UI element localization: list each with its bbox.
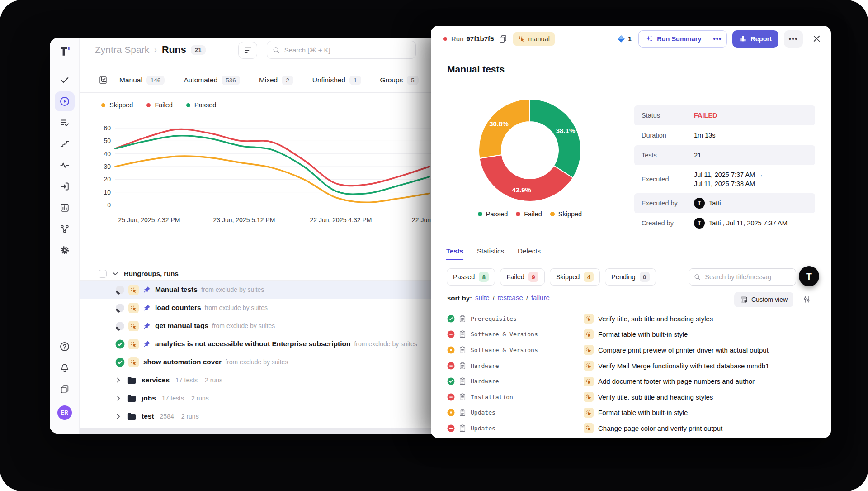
drawer-tab[interactable]: Statistics: [477, 242, 504, 260]
test-suite-name[interactable]: Updates: [471, 425, 584, 432]
folder-counts: 2584 2 runs: [160, 413, 199, 420]
sidebar-item-branches[interactable]: [55, 219, 75, 239]
notifications-button[interactable]: [60, 363, 70, 373]
folder-name[interactable]: test: [142, 412, 154, 420]
test-title[interactable]: Change page color and verify print outpu…: [598, 424, 722, 432]
filter-button[interactable]: [238, 42, 257, 59]
run-type-tab[interactable]: Manual 146: [119, 76, 165, 85]
sidebar-item-settings[interactable]: [55, 240, 75, 260]
status-filter-chip[interactable]: Failed 9: [500, 268, 545, 286]
steps-icon: [60, 139, 70, 149]
test-title[interactable]: Verify title, sub title and heading styl…: [598, 393, 713, 401]
manual-test-icon: [584, 314, 594, 324]
copy-run-id-button[interactable]: [499, 34, 507, 43]
folder-name[interactable]: services: [142, 376, 170, 384]
test-status-icon: [447, 377, 455, 385]
expand-chevron-icon[interactable]: [115, 395, 122, 401]
tab-count-badge: 146: [146, 76, 165, 85]
chip-count-badge: 0: [640, 272, 650, 282]
sidebar-item-reports[interactable]: [55, 198, 75, 218]
sidebar-item-runs[interactable]: [55, 91, 75, 111]
test-suite-name[interactable]: Software & Versions: [471, 331, 584, 338]
runs-count-badge: 21: [191, 45, 206, 55]
tests-search-input[interactable]: [704, 273, 791, 281]
status-filter-chip[interactable]: Passed 8: [447, 268, 495, 286]
sidebar-item-import[interactable]: [55, 176, 75, 196]
run-type-tab[interactable]: Groups 5: [380, 76, 419, 85]
test-row[interactable]: Prerequisites Verify title, sub title an…: [431, 311, 831, 327]
run-name[interactable]: load counters: [155, 304, 201, 312]
test-row[interactable]: Updates Format table with built-in style: [431, 405, 831, 421]
status-filter-chip[interactable]: Pending 0: [605, 268, 656, 286]
test-suite-name[interactable]: Updates: [471, 409, 584, 416]
test-suite-name[interactable]: Hardware: [471, 378, 584, 385]
drawer-tab[interactable]: Tests: [446, 242, 463, 260]
test-row[interactable]: Software & Versions Format table with bu…: [431, 327, 831, 343]
run-name[interactable]: Manual tests: [155, 286, 198, 294]
svg-text:20: 20: [104, 176, 111, 183]
collapse-chevron-icon[interactable]: [112, 271, 118, 277]
test-title[interactable]: Verify Mail Merge functionality with tes…: [598, 362, 769, 370]
search-input[interactable]: [283, 46, 410, 54]
run-label: Run: [451, 35, 464, 43]
test-title[interactable]: Add document footer with page numbers an…: [598, 377, 755, 385]
run-type-tab[interactable]: Unfinished 1: [312, 76, 361, 85]
sort-link-testcase[interactable]: testcase: [498, 294, 523, 302]
sidebar-item-steps[interactable]: [55, 134, 75, 154]
test-title[interactable]: Compare print preview of printer driver …: [598, 346, 769, 354]
expand-chevron-icon[interactable]: [115, 413, 122, 419]
user-avatar[interactable]: ER: [57, 405, 72, 420]
run-name[interactable]: get manual tags: [155, 322, 208, 330]
status-filter-chip[interactable]: Skipped 4: [550, 268, 600, 286]
test-suite-name[interactable]: Software & Versions: [471, 347, 584, 353]
run-status-icon: [115, 358, 125, 367]
expand-chevron-icon[interactable]: [115, 377, 122, 383]
test-row[interactable]: Updates Change page color and verify pri…: [431, 420, 831, 436]
projects-button[interactable]: [60, 384, 70, 394]
sidebar-item-analytics[interactable]: [55, 155, 75, 175]
brand-bubble[interactable]: T: [799, 266, 819, 286]
test-row[interactable]: Software & Versions Compare print previe…: [431, 342, 831, 358]
run-summary-more-button[interactable]: •••: [708, 31, 727, 47]
run-name[interactable]: show automation cover: [143, 358, 222, 366]
run-summary-button[interactable]: Run Summary: [639, 31, 708, 47]
run-type-tab[interactable]: Mixed 2: [259, 76, 293, 85]
folder-name[interactable]: jobs: [142, 394, 156, 402]
breadcrumb-project[interactable]: Zyntra Spark: [95, 44, 149, 55]
manual-test-icon: [584, 408, 594, 418]
sort-link-failure[interactable]: failure: [531, 294, 550, 302]
chip-label: Failed: [506, 273, 524, 281]
test-suite-name[interactable]: Installation: [471, 394, 584, 400]
tests-list: Prerequisites Verify title, sub title an…: [431, 311, 831, 436]
page-title: Runs: [162, 44, 186, 56]
report-button[interactable]: Report: [732, 30, 778, 48]
chip-count-badge: 9: [528, 272, 538, 282]
test-title[interactable]: Format table with built-in style: [598, 409, 688, 416]
help-button[interactable]: [60, 342, 70, 352]
test-row[interactable]: Hardware Add document footer with page n…: [431, 373, 831, 389]
sort-link-suite[interactable]: suite: [475, 294, 490, 302]
test-row[interactable]: Installation Verify title, sub title and…: [431, 389, 831, 405]
sidebar-item-tests[interactable]: [55, 70, 75, 90]
sidebar: ER: [50, 38, 80, 434]
close-drawer-button[interactable]: [812, 34, 821, 43]
run-type-tab[interactable]: Automated 536: [184, 76, 240, 85]
select-all-checkbox[interactable]: [99, 270, 107, 278]
search-icon: [273, 46, 280, 54]
test-suite-name[interactable]: Prerequisites: [471, 315, 584, 322]
test-title[interactable]: Verify title, sub title and heading styl…: [598, 315, 713, 323]
manual-test-icon: [584, 392, 594, 402]
sidebar-item-test-plans[interactable]: [55, 113, 75, 133]
more-actions-button[interactable]: •••: [784, 30, 803, 48]
info-label: Created by: [642, 219, 694, 227]
test-row[interactable]: Hardware Verify Mail Merge functionality…: [431, 358, 831, 374]
run-name[interactable]: analytics is not accessible without Ente…: [155, 340, 350, 348]
linked-issue[interactable]: 1: [617, 34, 632, 43]
test-title[interactable]: Format table with built-in style: [598, 330, 688, 338]
view-options-button[interactable]: [802, 296, 811, 303]
select-all-icon[interactable]: [99, 76, 108, 85]
custom-view-button[interactable]: Custom view: [734, 292, 793, 307]
test-suite-name[interactable]: Hardware: [471, 362, 584, 369]
run-id: 97f1b7f5: [467, 35, 494, 43]
drawer-tab[interactable]: Defects: [518, 242, 541, 260]
